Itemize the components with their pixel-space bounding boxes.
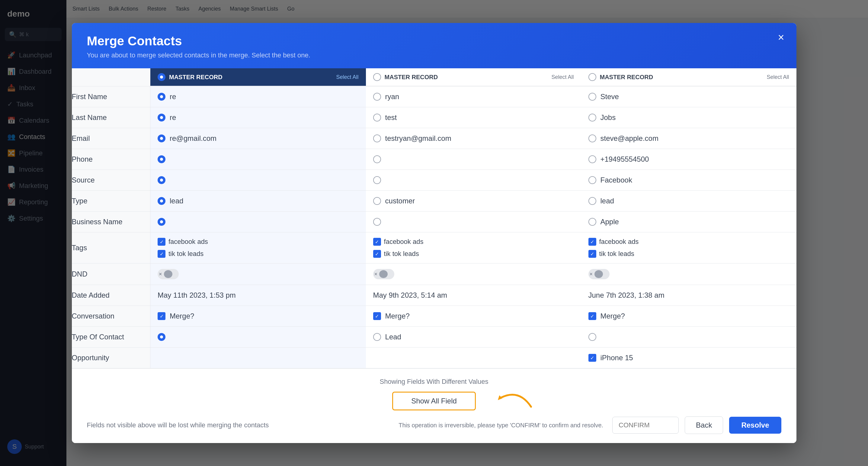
tag-label-tiktok-2: tik tok leads bbox=[384, 250, 419, 258]
radio-source-3[interactable] bbox=[588, 176, 596, 184]
value-conversation-3: Merge? bbox=[600, 312, 625, 320]
field-name-date-added: Date Added bbox=[72, 285, 150, 306]
show-all-field-area: Show All Field bbox=[392, 392, 476, 410]
checkbox-tag-facebook-3[interactable]: ✓ bbox=[588, 238, 596, 246]
radio-phone-2[interactable] bbox=[373, 155, 381, 163]
checkbox-tag-facebook-1[interactable]: ✓ bbox=[158, 238, 165, 246]
table-row: Phone bbox=[72, 149, 797, 170]
cell-content: customer bbox=[366, 191, 581, 211]
cell-conversation-2: ✓ Merge? bbox=[366, 306, 581, 327]
master-record-radio-1[interactable] bbox=[158, 73, 165, 81]
master-record-radio-3[interactable] bbox=[588, 73, 596, 81]
select-all-button-1[interactable]: Select All bbox=[336, 74, 359, 80]
cell-conversation-1: ✓ Merge? bbox=[150, 306, 366, 327]
cell-content: ✓ facebook ads ✓ tik tok leads bbox=[150, 232, 366, 263]
toggle-thumb bbox=[164, 270, 173, 278]
cell-type-contact-3 bbox=[581, 327, 797, 348]
radio-type-contact-2[interactable] bbox=[373, 333, 381, 341]
radio-type-1[interactable] bbox=[158, 197, 165, 205]
cell-first-name-1: re bbox=[150, 86, 366, 107]
field-name-type: Type bbox=[72, 191, 150, 211]
toggle-dnd-2[interactable]: × bbox=[373, 269, 394, 279]
table-row: Type lead customer bbox=[72, 191, 797, 211]
radio-last-name-3[interactable] bbox=[588, 114, 596, 121]
cell-content: Jobs bbox=[581, 107, 797, 128]
checkbox-tag-tiktok-2[interactable]: ✓ bbox=[373, 250, 381, 258]
radio-type-3[interactable] bbox=[588, 197, 596, 205]
field-name-conversation: Conversation bbox=[72, 306, 150, 327]
modal-header: Merge Contacts You are about to merge se… bbox=[72, 23, 797, 68]
checkbox-opportunity-3[interactable]: ✓ bbox=[588, 354, 596, 362]
field-label-col bbox=[72, 68, 150, 86]
resolve-button[interactable]: Resolve bbox=[729, 417, 781, 434]
select-all-button-2[interactable]: Select All bbox=[551, 74, 574, 80]
back-button[interactable]: Back bbox=[685, 416, 723, 434]
cell-content: Apple bbox=[581, 211, 797, 232]
radio-email-3[interactable] bbox=[588, 135, 596, 142]
checkbox-conversation-3[interactable]: ✓ bbox=[588, 312, 596, 320]
toggle-dnd-3[interactable]: × bbox=[588, 269, 610, 279]
master-record-radio-2[interactable] bbox=[373, 73, 381, 81]
modal-subtitle: You are about to merge selected contacts… bbox=[87, 51, 781, 59]
field-name-business-name: Business Name bbox=[72, 211, 150, 232]
svg-marker-0 bbox=[498, 395, 502, 400]
radio-last-name-1[interactable] bbox=[158, 114, 165, 121]
radio-type-contact-3[interactable] bbox=[588, 333, 596, 341]
value-type-3: lead bbox=[600, 197, 614, 205]
radio-business-name-2[interactable] bbox=[373, 218, 381, 226]
radio-source-1[interactable] bbox=[158, 176, 165, 184]
checkbox-conversation-2[interactable]: ✓ bbox=[373, 312, 381, 320]
toggle-dnd-1[interactable]: × bbox=[158, 269, 179, 279]
cell-phone-1 bbox=[150, 149, 366, 170]
record-header-2: MASTER RECORD Select All bbox=[366, 68, 581, 86]
radio-email-1[interactable] bbox=[158, 135, 165, 142]
cell-date-added-3: June 7th 2023, 1:38 am bbox=[581, 285, 797, 306]
record-header-left-1: MASTER RECORD bbox=[158, 73, 222, 81]
cell-content: ✓ facebook ads ✓ tik tok leads bbox=[581, 232, 797, 263]
tag-label-tiktok-1: tik tok leads bbox=[168, 250, 204, 258]
radio-type-2[interactable] bbox=[373, 197, 381, 205]
value-opportunity-3: iPhone 15 bbox=[600, 354, 633, 362]
radio-first-name-1[interactable] bbox=[158, 93, 165, 100]
tag-row-1: ✓ facebook ads bbox=[588, 238, 639, 246]
cell-content: re bbox=[150, 107, 366, 128]
cell-opportunity-3: ✓ iPhone 15 bbox=[581, 348, 797, 369]
modal-body: MASTER RECORD Select All MASTER RECORD bbox=[72, 68, 797, 369]
radio-type-contact-1[interactable] bbox=[158, 333, 165, 341]
radio-source-2[interactable] bbox=[373, 176, 381, 184]
value-type-contact-2: Lead bbox=[385, 333, 401, 341]
checkbox-tag-tiktok-3[interactable]: ✓ bbox=[588, 250, 596, 258]
tag-row-1: ✓ facebook ads bbox=[158, 238, 208, 246]
cell-content: ✓ Merge? bbox=[150, 306, 366, 326]
cell-content: +19495554500 bbox=[581, 149, 797, 170]
radio-business-name-3[interactable] bbox=[588, 218, 596, 226]
cell-opportunity-2 bbox=[366, 348, 581, 369]
cell-type-2: customer bbox=[366, 191, 581, 211]
radio-last-name-2[interactable] bbox=[373, 114, 381, 121]
select-all-button-3[interactable]: Select All bbox=[767, 74, 789, 80]
radio-first-name-3[interactable] bbox=[588, 93, 596, 100]
cell-content: Facebook bbox=[581, 170, 797, 191]
checkbox-tag-tiktok-1[interactable]: ✓ bbox=[158, 250, 165, 258]
toggle-thumb bbox=[594, 270, 603, 278]
radio-phone-3[interactable] bbox=[588, 155, 596, 163]
tag-row-2: ✓ tik tok leads bbox=[158, 250, 204, 258]
confirm-input[interactable] bbox=[612, 417, 679, 434]
tag-label-tiktok-3: tik tok leads bbox=[599, 250, 634, 258]
radio-email-2[interactable] bbox=[373, 135, 381, 142]
cell-content: Lead bbox=[366, 327, 581, 347]
cell-content bbox=[366, 149, 581, 170]
checkbox-conversation-1[interactable]: ✓ bbox=[158, 312, 165, 320]
cell-tags-1: ✓ facebook ads ✓ tik tok leads bbox=[150, 232, 366, 264]
field-name-first-name: First Name bbox=[72, 86, 150, 107]
modal-close-button[interactable]: × bbox=[778, 32, 784, 43]
radio-phone-1[interactable] bbox=[158, 155, 165, 163]
cell-last-name-2: test bbox=[366, 107, 581, 128]
checkbox-tag-facebook-2[interactable]: ✓ bbox=[373, 238, 381, 246]
radio-business-name-1[interactable] bbox=[158, 218, 165, 226]
tag-label-facebook-3: facebook ads bbox=[599, 238, 639, 246]
cell-conversation-3: ✓ Merge? bbox=[581, 306, 797, 327]
table-row: Business Name bbox=[72, 211, 797, 232]
radio-first-name-2[interactable] bbox=[373, 93, 381, 100]
show-all-field-button[interactable]: Show All Field bbox=[392, 392, 476, 410]
